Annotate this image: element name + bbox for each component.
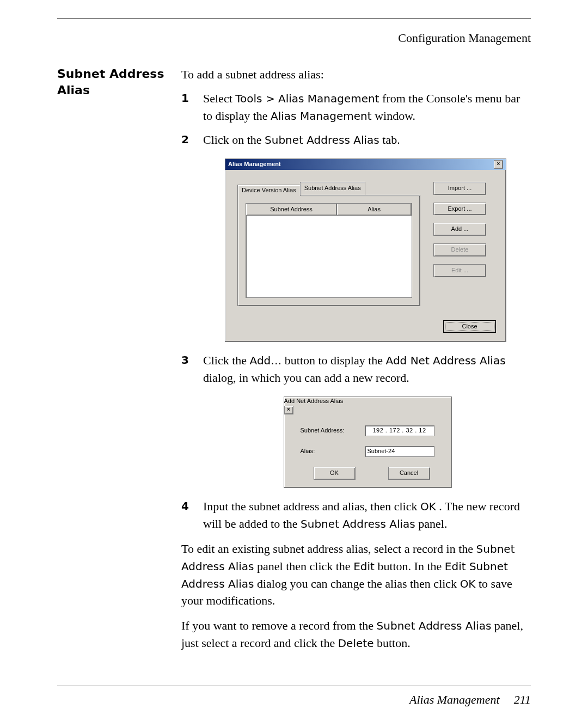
delete-button: Delete (433, 243, 486, 257)
rule-bottom (57, 686, 531, 686)
step1-t1: Select (203, 91, 235, 105)
delete-paragraph: If you want to remove a record from the … (181, 617, 531, 652)
subnet-address-input[interactable]: 192 . 172 . 32 . 12 (365, 425, 434, 436)
side-heading: Subnet Address Alias (57, 66, 181, 98)
button-name-ok: OK (460, 577, 476, 590)
page-number: 211 (514, 693, 531, 707)
edit-button: Edit ... (433, 264, 486, 277)
alias-management-window: Alias Management × Device Version Alias … (225, 158, 506, 343)
label-subnet-address: Subnet Address: (301, 426, 365, 435)
ok-button[interactable]: OK (314, 467, 356, 480)
window-title: Alias Management (228, 160, 281, 169)
import-button[interactable]: Import ... (433, 182, 486, 195)
step2-t1: Click on the (203, 133, 265, 147)
step2-t2: tab. (382, 133, 400, 147)
col-alias[interactable]: Alias (337, 204, 412, 216)
step-1: Select Tools > Alias Management from the… (181, 90, 531, 125)
panel-name-subnet-alias: Subnet Address Alias (377, 619, 492, 632)
panel-name-subnet-alias: Subnet Address Alias (301, 517, 415, 530)
button-name-edit: Edit (353, 560, 375, 573)
rule-top (57, 19, 531, 19)
alias-table[interactable]: Subnet Address Alias (246, 203, 412, 298)
button-name-ok: OK (420, 500, 436, 513)
header-section: Configuration Management (57, 31, 531, 45)
alias-input[interactable]: Subnet-24 (365, 446, 434, 457)
step3-t2: button to display the (285, 353, 386, 367)
step1-t3: window. (375, 109, 415, 123)
step3-t3: dialog, in which you can add a new recor… (203, 371, 409, 385)
dialog-titlebar: Add Net Address Alias × (284, 397, 451, 414)
step3-t1: Click the (203, 353, 250, 367)
step-2: Click on the Subnet Address Alias tab. A… (181, 131, 531, 343)
tab-device-version-alias[interactable]: Device Version Alias (237, 185, 301, 196)
menu-path-tools-alias: Tools > Alias Management (235, 92, 379, 105)
cancel-button[interactable]: Cancel (388, 467, 430, 480)
tab-pane: Subnet Address Alias (237, 195, 420, 306)
dialog-name-add-net: Add Net Address Alias (386, 354, 506, 367)
label-alias: Alias: (301, 447, 365, 456)
button-name-add: Add… (250, 354, 282, 367)
footer-title: Alias Management (409, 693, 500, 707)
add-net-address-alias-dialog: Add Net Address Alias × Subnet Address: … (284, 396, 452, 488)
step-4: Input the subnet address and alias, then… (181, 498, 531, 533)
tabstrip: Device Version Alias Subnet Address Alia… (237, 182, 420, 195)
edit-paragraph: To edit an existing subnet address alias… (181, 540, 531, 610)
tab-name-subnet-alias: Subnet Address Alias (265, 133, 379, 147)
close-icon[interactable]: × (284, 406, 293, 414)
intro-text: To add a subnet address alias: (181, 66, 531, 83)
footer: Alias Management 211 (57, 693, 531, 707)
export-button[interactable]: Export ... (433, 203, 486, 216)
step4-t3: panel. (418, 517, 447, 530)
step-3: Click the Add… button to display the Add… (181, 352, 531, 488)
dialog-title: Add Net Address Alias (284, 398, 344, 404)
window-name-alias-mgmt: Alias Management (271, 109, 372, 123)
step4-t1: Input the subnet address and alias, then… (203, 499, 420, 513)
close-button[interactable]: Close (443, 320, 496, 333)
add-button[interactable]: Add ... (433, 223, 486, 236)
col-subnet-address[interactable]: Subnet Address (246, 204, 337, 216)
close-icon[interactable]: × (494, 160, 503, 169)
button-name-delete: Delete (338, 637, 374, 650)
tab-subnet-address-alias[interactable]: Subnet Address Alias (300, 182, 365, 195)
titlebar: Alias Management × (225, 159, 506, 170)
